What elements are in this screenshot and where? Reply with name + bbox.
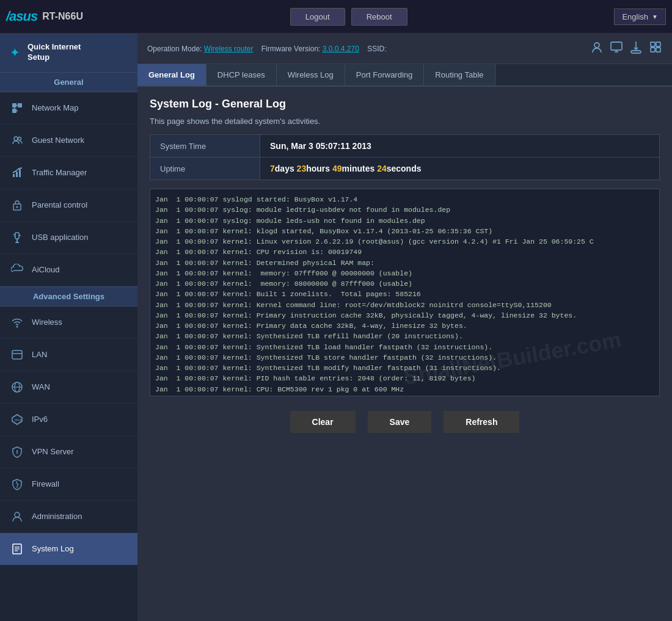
logout-button[interactable]: Logout: [290, 8, 345, 26]
sidebar-item-guest-network[interactable]: Guest Network: [0, 125, 137, 157]
quick-setup-label: Quick InternetSetup: [27, 42, 81, 63]
svg-point-7: [18, 137, 21, 140]
header: /asus RT-N66U Logout Reboot English ▼: [0, 0, 672, 34]
svg-rect-13: [15, 233, 19, 239]
svg-point-18: [13, 234, 15, 235]
clear-button[interactable]: Clear: [290, 411, 356, 433]
svg-point-29: [15, 512, 20, 517]
model-name: RT-N66U: [42, 11, 83, 22]
sidebar-item-traffic-manager[interactable]: Traffic Manager: [0, 157, 137, 189]
svg-text:IPv6: IPv6: [15, 418, 23, 422]
action-buttons: Clear Save Refresh: [150, 405, 660, 439]
monitor-icon[interactable]: [610, 40, 623, 57]
tab-port-forwarding[interactable]: Port Forwarding: [345, 64, 424, 85]
svg-point-12: [16, 206, 18, 208]
wan-icon: [10, 380, 24, 394]
uptime-seconds: 24: [377, 164, 387, 173]
tab-dhcp-leases[interactable]: DHCP leases: [206, 64, 277, 85]
header-buttons: Logout Reboot: [290, 8, 407, 26]
logo-area: /asus RT-N66U: [6, 9, 83, 24]
parental-control-icon: [10, 198, 24, 212]
guest-network-label: Guest Network: [32, 136, 84, 145]
sidebar-item-administration[interactable]: Administration: [0, 501, 137, 533]
network-map-icon: [10, 101, 24, 115]
svg-point-34: [594, 43, 599, 48]
sidebar-item-network-map[interactable]: Network Map: [0, 92, 137, 125]
sidebar-item-ipv6[interactable]: IPv6 IPv6: [0, 404, 137, 436]
aicloud-label: AiCloud: [32, 265, 60, 274]
topbar-info: Operation Mode: Wireless router Firmware…: [147, 45, 387, 53]
svg-rect-10: [19, 169, 21, 177]
reboot-button[interactable]: Reboot: [351, 8, 407, 26]
svg-rect-39: [656, 42, 660, 46]
page-title: System Log - General Log: [150, 98, 660, 111]
sidebar-item-aicloud[interactable]: AiCloud: [0, 254, 137, 286]
sidebar-item-parental-control[interactable]: Parental control: [0, 189, 137, 222]
topbar: Operation Mode: Wireless router Firmware…: [137, 34, 672, 64]
svg-rect-8: [13, 174, 15, 177]
settings-icon[interactable]: [649, 40, 662, 57]
uptime-row: Uptime 7days 23hours 49minutes 24seconds: [150, 158, 660, 180]
asus-logo: /asus: [6, 9, 37, 24]
svg-rect-35: [611, 42, 622, 50]
uptime-hours-label: hours: [306, 164, 330, 173]
uptime-minutes: 49: [332, 164, 342, 173]
svg-rect-41: [656, 48, 660, 52]
lan-icon: [10, 347, 24, 362]
uptime-days-label: days: [275, 164, 294, 173]
quick-internet-setup[interactable]: ✦ Quick InternetSetup: [0, 34, 137, 72]
firewall-label: Firewall: [32, 479, 59, 488]
op-mode-value[interactable]: Wireless router: [204, 45, 254, 53]
sidebar-item-wireless[interactable]: Wireless: [0, 307, 137, 339]
op-mode-label: Operation Mode:: [147, 45, 202, 53]
content-area: System Log - General Log This page shows…: [137, 87, 672, 621]
sidebar-item-vpn-server[interactable]: VPN Server: [0, 436, 137, 468]
tab-routing-table[interactable]: Routing Table: [424, 64, 495, 85]
chevron-down-icon: ▼: [652, 13, 658, 20]
svg-point-6: [14, 137, 18, 140]
language-label: English: [622, 12, 648, 21]
wireless-label: Wireless: [32, 318, 62, 327]
sidebar: ✦ Quick InternetSetup General Network Ma…: [0, 34, 137, 621]
wireless-icon: [10, 315, 24, 330]
system-log-icon: [10, 542, 24, 556]
log-container[interactable]: Jan 1 00:00:07 syslogd started: BusyBox …: [150, 189, 660, 396]
system-time-label: System Time: [150, 135, 260, 158]
svg-rect-40: [651, 48, 655, 52]
save-button[interactable]: Save: [368, 411, 432, 433]
page-description: This page shows the detailed system's ac…: [150, 117, 660, 126]
svg-point-20: [20, 234, 21, 236]
usb-icon[interactable]: [629, 40, 643, 57]
fw-value[interactable]: 3.0.0.4.270: [323, 45, 359, 53]
network-map-label: Network Map: [32, 103, 79, 112]
quick-setup-icon: ✦: [10, 45, 20, 60]
uptime-label: Uptime: [150, 158, 260, 180]
main-content: Operation Mode: Wireless router Firmware…: [137, 34, 672, 621]
sidebar-item-system-log[interactable]: System Log: [0, 533, 137, 565]
log-text: Jan 1 00:00:07 syslogd started: BusyBox …: [150, 189, 659, 396]
traffic-manager-icon: [10, 165, 24, 180]
uptime-seconds-label: seconds: [387, 164, 422, 173]
sidebar-item-lan[interactable]: LAN: [0, 339, 137, 371]
aicloud-icon: [10, 263, 24, 277]
tab-general-log[interactable]: General Log: [137, 64, 206, 85]
svg-rect-0: [12, 103, 16, 107]
sidebar-item-wan[interactable]: WAN: [0, 371, 137, 404]
svg-rect-14: [16, 239, 18, 242]
user-icon[interactable]: [590, 40, 604, 57]
traffic-manager-label: Traffic Manager: [32, 168, 87, 177]
uptime-hours: 23: [297, 164, 307, 173]
sidebar-item-usb-application[interactable]: USB application: [0, 222, 137, 254]
sidebar-item-firewall[interactable]: Firewall: [0, 468, 137, 501]
system-time-row: System Time Sun, Mar 3 05:07:11 2013: [150, 135, 660, 158]
lan-label: LAN: [32, 350, 47, 359]
language-selector[interactable]: English ▼: [614, 9, 666, 25]
tab-wireless-log[interactable]: Wireless Log: [277, 64, 345, 85]
layout: ✦ Quick InternetSetup General Network Ma…: [0, 34, 672, 621]
system-info-table: System Time Sun, Mar 3 05:07:11 2013 Upt…: [150, 134, 660, 180]
refresh-button[interactable]: Refresh: [444, 411, 519, 433]
wan-label: WAN: [32, 382, 50, 391]
svg-rect-22: [12, 350, 22, 359]
uptime-days: 7: [270, 164, 275, 173]
parental-control-label: Parental control: [32, 200, 87, 209]
